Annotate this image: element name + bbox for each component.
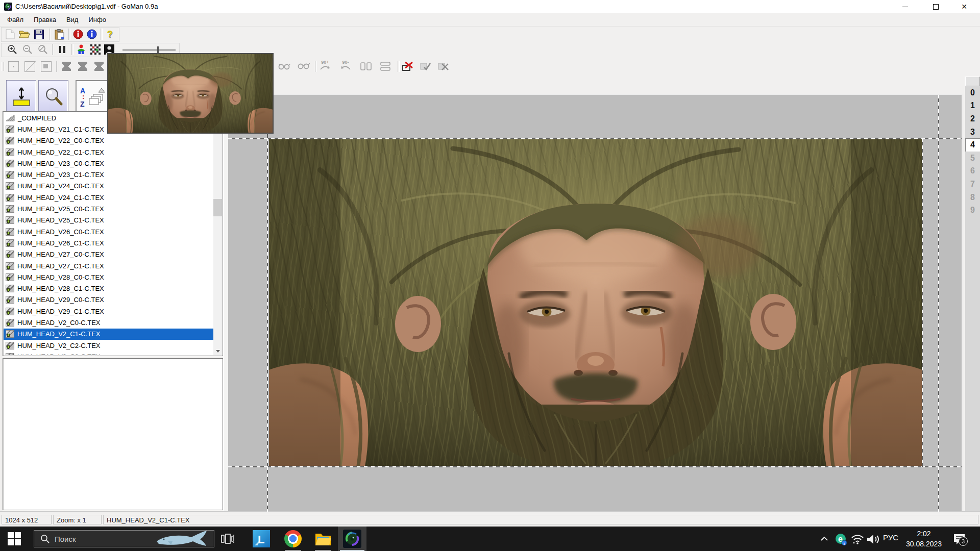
extract-texture-button[interactable] xyxy=(6,80,36,114)
mip-level-1[interactable]: 1 xyxy=(965,99,980,113)
panel-splitter[interactable] xyxy=(223,76,228,512)
l-app-button[interactable]: L xyxy=(252,530,271,548)
goman-taskbar-button[interactable] xyxy=(338,527,366,551)
scroll-down-button[interactable] xyxy=(213,347,222,355)
antivirus-tray-button[interactable]: e i xyxy=(834,532,848,546)
tray-expand-button[interactable] xyxy=(818,534,831,544)
file-explorer-button[interactable] xyxy=(314,530,332,547)
scrollbar-thumb[interactable] xyxy=(213,199,222,216)
goman-app-icon xyxy=(4,3,12,11)
search-highlight-whale-image[interactable] xyxy=(153,530,214,547)
texture-list-item[interactable]: HUM_HEAD_V26_C0-C.TEX xyxy=(4,226,214,237)
close-button[interactable]: ✕ xyxy=(952,0,976,13)
handle-button-2[interactable] xyxy=(77,60,89,72)
menu-edit[interactable]: Правка xyxy=(29,14,61,25)
mirror-horizontal-button[interactable] xyxy=(360,60,372,72)
maximize-button[interactable] xyxy=(924,0,947,13)
texture-list-item[interactable]: HUM_HEAD_V27_C1-C.TEX xyxy=(4,260,214,271)
info-texture-button[interactable] xyxy=(86,28,98,40)
glasses-button-2[interactable] xyxy=(298,60,310,72)
texture-list-item[interactable]: HUM_HEAD_V26_C1-C.TEX xyxy=(4,237,214,248)
menu-file[interactable]: Файл xyxy=(2,14,29,25)
texture-image[interactable] xyxy=(269,139,922,466)
handle-button-3[interactable] xyxy=(93,60,105,72)
menu-view[interactable]: Вид xyxy=(61,14,84,25)
select-fill-button[interactable] xyxy=(40,60,52,72)
apply-check-button[interactable] xyxy=(420,60,432,72)
mip-column-header xyxy=(965,77,980,86)
texture-filename: HUM_HEAD_V28_C1-C.TEX xyxy=(17,285,104,292)
help-button[interactable]: ? xyxy=(104,28,116,40)
delete-texture-button[interactable] xyxy=(402,60,414,72)
texture-list-item[interactable]: HUM_HEAD_V25_C1-C.TEX xyxy=(4,215,214,226)
taskbar-search-input[interactable]: Поиск xyxy=(34,530,214,547)
zoom-out-button[interactable] xyxy=(21,43,34,56)
texture-list-item[interactable]: HUM_HEAD_V28_C1-C.TEX xyxy=(4,283,214,294)
zoom-slider-track[interactable] xyxy=(122,49,176,51)
glasses-button-1[interactable] xyxy=(278,60,290,72)
texture-list-item[interactable]: HUM_HEAD_V29_C0-C.TEX xyxy=(4,294,214,306)
texture-filename: HUM_HEAD_V28_C0-C.TEX xyxy=(17,273,104,281)
select-dot-button[interactable] xyxy=(7,60,19,72)
texture-thumbnail-icon xyxy=(6,330,14,338)
mip-level-4[interactable]: 4 xyxy=(965,138,980,152)
texture-list-item[interactable]: HUM_HEAD_V24_C0-C.TEX xyxy=(4,181,214,192)
find-texture-button[interactable] xyxy=(38,80,68,114)
texture-list-item[interactable]: HUM_HEAD_V2_C3-C.TEX xyxy=(4,351,214,355)
pause-animation-button[interactable] xyxy=(56,43,68,56)
texture-canvas[interactable] xyxy=(228,94,963,512)
rotate-90-ccw-button[interactable]: 90- xyxy=(339,59,352,71)
save-button[interactable] xyxy=(33,28,45,40)
view-rgb-button[interactable] xyxy=(75,43,87,56)
mip-level-0[interactable]: 0 xyxy=(965,86,980,99)
texture-filename: HUM_HEAD_V27_C1-C.TEX xyxy=(17,262,104,270)
select-diagonal-button[interactable] xyxy=(23,60,36,72)
task-view-button[interactable] xyxy=(220,532,235,546)
close-icon: ✕ xyxy=(961,3,967,10)
texture-list-item[interactable]: HUM_HEAD_V2_C2-C.TEX xyxy=(4,340,214,351)
texture-list-item[interactable]: HUM_HEAD_V23_C1-C.TEX xyxy=(4,169,214,180)
texture-list-item[interactable]: HUM_HEAD_V22_C1-C.TEX xyxy=(4,146,214,158)
texture-list-item[interactable]: HUM_HEAD_V22_C0-C.TEX xyxy=(4,135,214,146)
volume-tray-button[interactable] xyxy=(866,533,881,546)
new-document-button[interactable] xyxy=(4,28,16,40)
maximize-icon xyxy=(933,4,939,10)
texture-list-item[interactable]: HUM_HEAD_V28_C0-C.TEX xyxy=(4,271,214,283)
texture-list-item[interactable]: HUM_HEAD_V27_C0-C.TEX xyxy=(4,249,214,260)
minimize-button[interactable] xyxy=(893,0,917,13)
texture-list-item[interactable]: HUM_HEAD_V2_C0-C.TEX xyxy=(4,317,214,328)
search-placeholder: Поиск xyxy=(55,535,153,543)
texture-list-item[interactable]: HUM_HEAD_V2_C1-C.TEX xyxy=(4,329,214,340)
start-button[interactable] xyxy=(7,532,21,546)
wifi-tray-button[interactable] xyxy=(850,533,865,545)
discard-x-button[interactable] xyxy=(437,60,450,72)
compiled-volume-icon xyxy=(6,114,15,121)
handle-button-1[interactable] xyxy=(60,60,72,72)
zoom-slider-handle[interactable] xyxy=(157,46,159,54)
texture-thumbnail-icon xyxy=(6,273,14,281)
zoom-in-button[interactable] xyxy=(6,43,18,56)
zoom-reset-button[interactable] xyxy=(37,43,49,56)
menu-info[interactable]: Инфо xyxy=(83,14,111,25)
open-file-button[interactable] xyxy=(18,28,31,40)
taskbar-clock[interactable]: 2:02 30.08.2023 xyxy=(899,529,948,549)
file-list-rows[interactable]: _COMPILED HUM_HEAD_V21_C1-C.TEXHUM_HEAD_… xyxy=(4,112,214,355)
mirror-vertical-button[interactable] xyxy=(379,60,391,72)
language-indicator[interactable]: РУС xyxy=(883,533,898,542)
texture-list-item[interactable]: HUM_HEAD_V24_C1-C.TEX xyxy=(4,192,214,203)
mip-level-2[interactable]: 2 xyxy=(965,112,980,126)
texture-thumbnail-icon xyxy=(6,205,14,213)
texture-list-item[interactable]: HUM_HEAD_V25_C0-C.TEX xyxy=(4,203,214,214)
chrome-button[interactable] xyxy=(284,530,302,547)
texture-list-item[interactable]: HUM_HEAD_V23_C0-C.TEX xyxy=(4,158,214,169)
view-alpha-button[interactable] xyxy=(89,43,102,56)
zoom-disabled-icon xyxy=(38,44,48,55)
rotate-90-cw-button[interactable]: 90+ xyxy=(319,59,331,71)
sort-az-toggle-button[interactable]: A Z xyxy=(76,80,109,114)
mip-level-3[interactable]: 3 xyxy=(965,126,980,139)
list-scrollbar[interactable] xyxy=(213,112,222,355)
texture-list-item[interactable]: HUM_HEAD_V29_C1-C.TEX xyxy=(4,306,214,317)
info-vdf-button[interactable] xyxy=(72,28,84,40)
paste-button[interactable] xyxy=(53,28,65,40)
chevron-up-icon xyxy=(820,536,828,541)
